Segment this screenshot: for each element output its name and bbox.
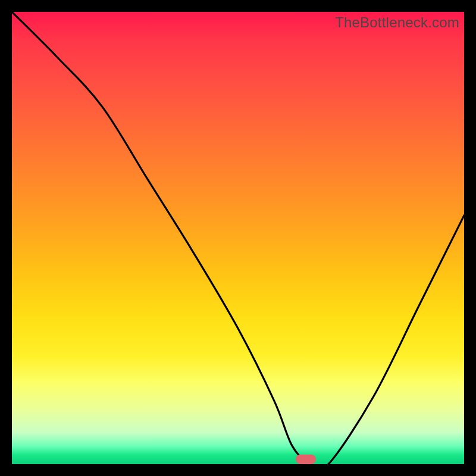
curve-path: [12, 12, 464, 464]
bottleneck-curve: [12, 12, 464, 464]
watermark-text: TheBottleneck.com: [335, 14, 459, 31]
optimal-marker: [296, 455, 316, 464]
chart-frame: TheBottleneck.com: [12, 12, 464, 464]
plot-area: [12, 12, 464, 464]
